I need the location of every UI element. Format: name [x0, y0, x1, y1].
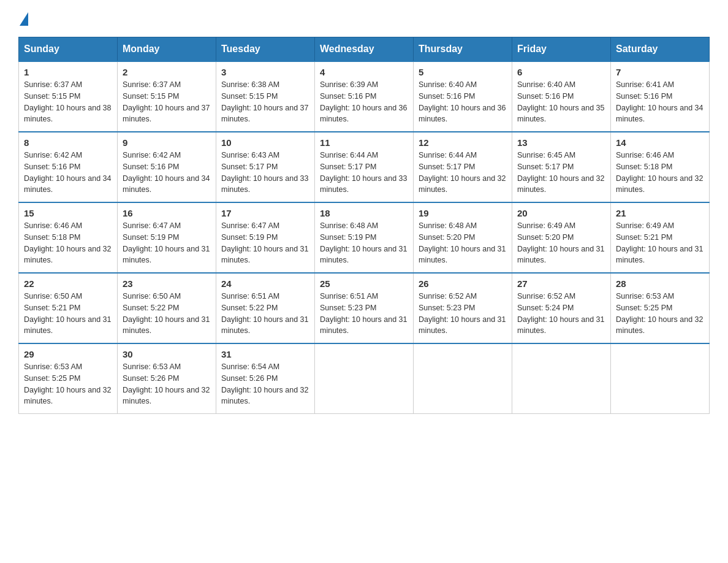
- calendar-cell: 3 Sunrise: 6:38 AMSunset: 5:15 PMDayligh…: [216, 61, 315, 132]
- calendar-cell: 25 Sunrise: 6:51 AMSunset: 5:23 PMDaylig…: [315, 273, 414, 343]
- calendar-cell: [512, 343, 611, 414]
- day-info: Sunrise: 6:40 AMSunset: 5:16 PMDaylight:…: [517, 80, 604, 123]
- calendar-cell: 31 Sunrise: 6:54 AMSunset: 5:26 PMDaylig…: [216, 343, 315, 414]
- calendar-cell: 8 Sunrise: 6:42 AMSunset: 5:16 PMDayligh…: [19, 132, 118, 202]
- calendar-cell: 27 Sunrise: 6:52 AMSunset: 5:24 PMDaylig…: [512, 273, 611, 343]
- day-info: Sunrise: 6:53 AMSunset: 5:26 PMDaylight:…: [123, 362, 210, 405]
- day-info: Sunrise: 6:44 AMSunset: 5:17 PMDaylight:…: [419, 151, 506, 194]
- day-number: 27: [517, 278, 605, 289]
- calendar-day-header: Monday: [118, 37, 216, 62]
- day-number: 9: [123, 137, 211, 148]
- day-info: Sunrise: 6:44 AMSunset: 5:17 PMDaylight:…: [320, 151, 407, 194]
- day-number: 12: [419, 137, 507, 148]
- day-info: Sunrise: 6:47 AMSunset: 5:19 PMDaylight:…: [123, 221, 210, 264]
- day-number: 13: [517, 137, 605, 148]
- calendar-cell: 23 Sunrise: 6:50 AMSunset: 5:22 PMDaylig…: [118, 273, 216, 343]
- day-info: Sunrise: 6:53 AMSunset: 5:25 PMDaylight:…: [24, 362, 111, 405]
- day-info: Sunrise: 6:37 AMSunset: 5:15 PMDaylight:…: [123, 80, 210, 123]
- day-info: Sunrise: 6:45 AMSunset: 5:17 PMDaylight:…: [517, 151, 604, 194]
- calendar-cell: 28 Sunrise: 6:53 AMSunset: 5:25 PMDaylig…: [611, 273, 710, 343]
- calendar-cell: 1 Sunrise: 6:37 AMSunset: 5:15 PMDayligh…: [19, 61, 118, 132]
- day-info: Sunrise: 6:48 AMSunset: 5:19 PMDaylight:…: [320, 221, 407, 264]
- day-number: 10: [221, 137, 309, 148]
- calendar-cell: 19 Sunrise: 6:48 AMSunset: 5:20 PMDaylig…: [414, 202, 512, 273]
- day-number: 20: [517, 208, 605, 218]
- calendar-cell: 12 Sunrise: 6:44 AMSunset: 5:17 PMDaylig…: [414, 132, 512, 202]
- day-number: 2: [123, 67, 211, 77]
- calendar-cell: 6 Sunrise: 6:40 AMSunset: 5:16 PMDayligh…: [512, 61, 611, 132]
- day-number: 29: [24, 349, 112, 359]
- calendar-cell: [315, 343, 414, 414]
- day-number: 25: [320, 278, 408, 289]
- day-info: Sunrise: 6:41 AMSunset: 5:16 PMDaylight:…: [616, 80, 703, 123]
- calendar-cell: 14 Sunrise: 6:46 AMSunset: 5:18 PMDaylig…: [611, 132, 710, 202]
- calendar-cell: 10 Sunrise: 6:43 AMSunset: 5:17 PMDaylig…: [216, 132, 315, 202]
- day-info: Sunrise: 6:52 AMSunset: 5:23 PMDaylight:…: [419, 292, 506, 335]
- day-number: 22: [24, 278, 112, 289]
- calendar-day-header: Friday: [512, 37, 611, 62]
- calendar-cell: 30 Sunrise: 6:53 AMSunset: 5:26 PMDaylig…: [118, 343, 216, 414]
- calendar-cell: 29 Sunrise: 6:53 AMSunset: 5:25 PMDaylig…: [19, 343, 118, 414]
- calendar-day-header: Thursday: [414, 37, 512, 62]
- page-header: [18, 12, 710, 25]
- calendar-cell: [414, 343, 512, 414]
- day-info: Sunrise: 6:46 AMSunset: 5:18 PMDaylight:…: [616, 151, 703, 194]
- calendar-header-row: SundayMondayTuesdayWednesdayThursdayFrid…: [19, 37, 710, 62]
- day-info: Sunrise: 6:42 AMSunset: 5:16 PMDaylight:…: [24, 151, 111, 194]
- calendar-cell: 13 Sunrise: 6:45 AMSunset: 5:17 PMDaylig…: [512, 132, 611, 202]
- day-info: Sunrise: 6:49 AMSunset: 5:20 PMDaylight:…: [517, 221, 604, 264]
- logo: [18, 12, 28, 25]
- calendar-cell: 20 Sunrise: 6:49 AMSunset: 5:20 PMDaylig…: [512, 202, 611, 273]
- day-info: Sunrise: 6:53 AMSunset: 5:25 PMDaylight:…: [616, 292, 703, 335]
- day-info: Sunrise: 6:38 AMSunset: 5:15 PMDaylight:…: [221, 80, 308, 123]
- calendar-cell: 4 Sunrise: 6:39 AMSunset: 5:16 PMDayligh…: [315, 61, 414, 132]
- calendar-week-row: 29 Sunrise: 6:53 AMSunset: 5:25 PMDaylig…: [19, 343, 710, 414]
- calendar-cell: 15 Sunrise: 6:46 AMSunset: 5:18 PMDaylig…: [19, 202, 118, 273]
- day-info: Sunrise: 6:48 AMSunset: 5:20 PMDaylight:…: [419, 221, 506, 264]
- day-number: 23: [123, 278, 211, 289]
- day-info: Sunrise: 6:46 AMSunset: 5:18 PMDaylight:…: [24, 221, 111, 264]
- day-number: 3: [221, 67, 309, 77]
- day-info: Sunrise: 6:49 AMSunset: 5:21 PMDaylight:…: [616, 221, 703, 264]
- calendar-day-header: Saturday: [611, 37, 710, 62]
- calendar-cell: 9 Sunrise: 6:42 AMSunset: 5:16 PMDayligh…: [118, 132, 216, 202]
- calendar-cell: 26 Sunrise: 6:52 AMSunset: 5:23 PMDaylig…: [414, 273, 512, 343]
- day-number: 26: [419, 278, 507, 289]
- day-info: Sunrise: 6:51 AMSunset: 5:23 PMDaylight:…: [320, 292, 407, 335]
- calendar-cell: [611, 343, 710, 414]
- calendar-cell: 21 Sunrise: 6:49 AMSunset: 5:21 PMDaylig…: [611, 202, 710, 273]
- calendar-cell: 22 Sunrise: 6:50 AMSunset: 5:21 PMDaylig…: [19, 273, 118, 343]
- calendar-table: SundayMondayTuesdayWednesdayThursdayFrid…: [18, 37, 710, 414]
- calendar-week-row: 22 Sunrise: 6:50 AMSunset: 5:21 PMDaylig…: [19, 273, 710, 343]
- calendar-day-header: Sunday: [19, 37, 118, 62]
- logo-triangle-icon: [20, 12, 28, 26]
- day-info: Sunrise: 6:51 AMSunset: 5:22 PMDaylight:…: [221, 292, 308, 335]
- day-number: 17: [221, 208, 309, 218]
- day-number: 19: [419, 208, 507, 218]
- calendar-cell: 16 Sunrise: 6:47 AMSunset: 5:19 PMDaylig…: [118, 202, 216, 273]
- day-info: Sunrise: 6:40 AMSunset: 5:16 PMDaylight:…: [419, 80, 506, 123]
- calendar-day-header: Tuesday: [216, 37, 315, 62]
- day-info: Sunrise: 6:39 AMSunset: 5:16 PMDaylight:…: [320, 80, 407, 123]
- day-info: Sunrise: 6:47 AMSunset: 5:19 PMDaylight:…: [221, 221, 308, 264]
- day-info: Sunrise: 6:52 AMSunset: 5:24 PMDaylight:…: [517, 292, 604, 335]
- day-number: 14: [616, 137, 704, 148]
- calendar-cell: 2 Sunrise: 6:37 AMSunset: 5:15 PMDayligh…: [118, 61, 216, 132]
- day-number: 15: [24, 208, 112, 218]
- calendar-cell: 5 Sunrise: 6:40 AMSunset: 5:16 PMDayligh…: [414, 61, 512, 132]
- day-number: 30: [123, 349, 211, 359]
- calendar-cell: 11 Sunrise: 6:44 AMSunset: 5:17 PMDaylig…: [315, 132, 414, 202]
- day-info: Sunrise: 6:50 AMSunset: 5:22 PMDaylight:…: [123, 292, 210, 335]
- day-info: Sunrise: 6:37 AMSunset: 5:15 PMDaylight:…: [24, 80, 111, 123]
- day-info: Sunrise: 6:54 AMSunset: 5:26 PMDaylight:…: [221, 362, 308, 405]
- calendar-cell: 18 Sunrise: 6:48 AMSunset: 5:19 PMDaylig…: [315, 202, 414, 273]
- day-number: 18: [320, 208, 408, 218]
- day-number: 7: [616, 67, 704, 77]
- day-number: 31: [221, 349, 309, 359]
- day-number: 11: [320, 137, 408, 148]
- day-number: 21: [616, 208, 704, 218]
- day-number: 8: [24, 137, 112, 148]
- day-number: 16: [123, 208, 211, 218]
- day-info: Sunrise: 6:43 AMSunset: 5:17 PMDaylight:…: [221, 151, 308, 194]
- day-number: 5: [419, 67, 507, 77]
